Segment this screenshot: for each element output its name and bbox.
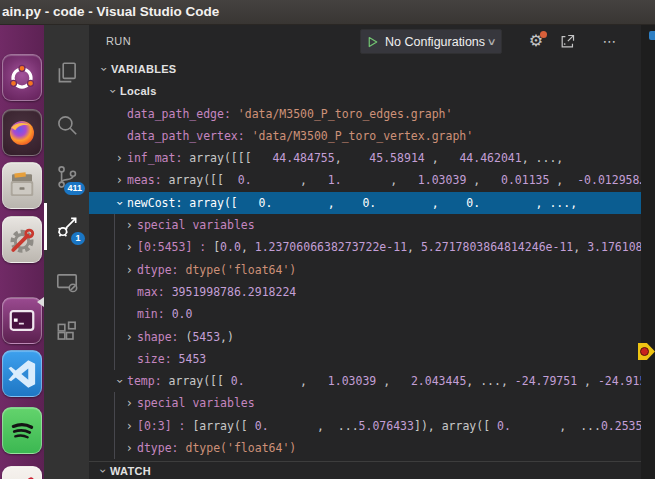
indent-guide [114,392,115,414]
variable-name: meas: [127,173,169,187]
variable-row[interactable]: ›min: 0.0 [89,303,641,325]
watch-label: WATCH [110,465,151,477]
variable-value-segment: 'data/M3500_P_toro_edges.graph' [238,107,453,121]
variable-value-segment: 0. [446,196,536,210]
variable-value-segment: , [328,196,342,210]
variable-value-segment: 0.0 [220,240,241,254]
chevron-right-icon[interactable]: › [122,259,137,281]
run-and-debug-icon[interactable]: 1 [53,213,81,241]
activity-bar: 411 1 [44,25,89,479]
variable-value-segment: , [573,240,587,254]
launcher-ubuntu[interactable] [2,54,42,101]
variable-name: data_path_vertex: [127,129,252,143]
variable-row[interactable]: ›meas: array([[ 0. , 1. , 1.03039 , 0.01… [89,169,641,191]
launcher-terminal[interactable] [2,297,42,344]
chevron-down-icon[interactable]: › [92,62,114,77]
start-debug-icon[interactable] [367,36,379,48]
debug-badge: 1 [71,232,85,245]
variable-value-segment: 3951998786.2918224 [172,285,297,299]
active-view-indicator [44,203,47,250]
section-row[interactable]: ›VARIABLES [89,58,641,80]
variable-name: data_path_edge: [127,107,238,121]
debug-settings-gear-icon[interactable]: ⚙ [526,31,546,51]
variable-row[interactable]: ›newCost: array([ 0. , 0. , 0. , ..., [89,192,641,214]
variable-row[interactable]: ›special variables [89,392,641,414]
ribbon-icon [7,475,37,479]
variable-value-segment: array([ [189,196,237,210]
chevron-down-icon[interactable]: › [101,84,123,99]
variable-row[interactable]: ›shape: (5453,) [89,326,641,348]
search-icon[interactable] [53,111,81,139]
chevron-right-icon[interactable]: › [122,437,137,459]
variable-row[interactable]: ›data_path_edge: 'data/M3500_P_toro_edge… [89,103,641,125]
window-titlebar[interactable]: ain.py - code - Visual Studio Code [0,0,655,25]
variable-value-segment: , ... [317,419,359,433]
source-control-icon[interactable]: 411 [53,163,81,191]
terminal-icon [7,306,37,336]
variable-value-segment: , [432,196,446,210]
chevron-right-icon[interactable]: › [112,147,127,169]
panel-title: RUN [106,35,131,47]
variable-value-segment: array([[ [169,173,224,187]
variable-value-segment: , [556,173,570,187]
launcher-firefox[interactable] [2,109,42,156]
variable-row[interactable]: ›temp: array([[ 0. , 1.03039 , 2.043445,… [89,370,641,392]
launcher-settings[interactable] [2,216,42,263]
remote-explorer-icon[interactable] [53,269,81,297]
variable-row[interactable]: ›max: 3951998786.2918224 [89,281,641,303]
variable-value-segment: -0.012958… [570,173,641,187]
variable-value-segment: 1. [314,173,390,187]
debug-configuration-dropdown[interactable]: No Configurations ∨ [360,29,502,54]
explorer-icon[interactable] [53,59,81,87]
variable-value-segment: 5.2717803864814246e-11 [421,240,573,254]
variable-value-segment: 1.2370606638273722e-11 [255,240,407,254]
launcher-document-viewer[interactable] [2,466,42,479]
variable-value-segment: 44.462041 [446,151,522,165]
variable-row[interactable]: ›[0:5453] : [0.0, 1.2370606638273722e-11… [89,236,641,258]
configuration-label: No Configurations [385,35,488,49]
section-row[interactable]: ›Locals [89,80,641,102]
variable-row[interactable]: ›inf_mat: array([[[ 44.484755, 45.58914 … [89,147,641,169]
chevron-right-icon[interactable]: › [112,169,127,191]
variable-row[interactable]: ›dtype: dtype('float64') [89,437,641,459]
chevron-right-icon[interactable]: › [122,236,137,258]
launcher-spotify[interactable] [2,407,42,454]
chevron-down-icon[interactable]: › [108,195,130,210]
extensions-icon[interactable] [53,318,81,346]
variable-value-segment: , [473,173,487,187]
variable-row[interactable]: ›special variables [89,214,641,236]
watch-section-header[interactable]: › WATCH [89,461,641,479]
chevron-right-icon[interactable]: › [122,415,137,437]
variable-name: [0:5453] : [137,240,213,254]
variable-row[interactable]: ›dtype: dtype('float64') [89,259,641,281]
variable-value-segment: 0.0 [172,307,193,321]
run-panel-header: RUN No Configurations ∨ ⚙ [89,25,641,58]
variable-value-segment: , [383,374,397,388]
variable-value-segment: dtype('float64') [185,263,296,277]
variable-name: newCost: [127,196,189,210]
variable-value-segment: , ..., [466,374,514,388]
indent-guide [114,348,115,370]
indent-guide [114,281,115,303]
debug-console-icon[interactable] [557,31,577,51]
variable-row[interactable]: ›data_path_vertex: 'data/M3500_P_toro_ve… [89,125,641,147]
variable-value-segment: 1.03039 [404,173,473,187]
variables-tree: ›VARIABLES›Locals›data_path_edge: 'data/… [89,58,641,461]
chevron-right-icon[interactable]: › [122,392,137,414]
variable-value-segment: , [300,173,314,187]
indent-guide [114,236,115,258]
variable-row[interactable]: ›[0:3] : [array([ 0. , ...5.076433]), ar… [89,415,641,437]
chevron-right-icon[interactable]: › [122,214,137,236]
chevron-down-icon[interactable]: › [108,374,130,389]
variable-value-segment: 0. [342,196,432,210]
variable-row[interactable]: ›size: 5453 [89,348,641,370]
more-actions-icon[interactable]: ⋯ [595,31,625,51]
variable-name: size: [137,352,179,366]
main-area: 411 1 [0,25,655,479]
variable-name: dtype: [137,263,185,277]
launcher-vscode[interactable] [2,350,42,397]
variable-value-segment: 0. [255,419,317,433]
variable-value-segment: array([[ [169,374,224,388]
chevron-right-icon[interactable]: › [122,326,137,348]
launcher-file-manager[interactable] [2,162,42,209]
